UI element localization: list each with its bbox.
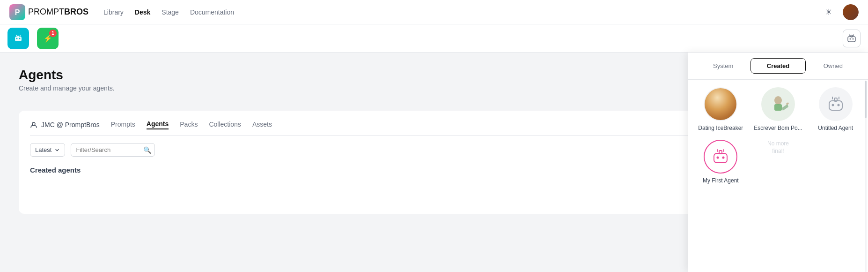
filter-input-wrap: 🔍 <box>71 143 155 157</box>
agent-avatar-untitled <box>819 87 853 121</box>
user-info: JMC @ PromptBros <box>30 121 100 128</box>
notification-badge: 1 <box>49 30 57 37</box>
agent-avatar-dating-icebreaker <box>704 87 737 121</box>
svg-text:P: P <box>15 8 20 16</box>
svg-point-28 <box>831 104 834 106</box>
main-nav: Library Desk Stage Documentation <box>103 8 234 16</box>
top-navigation: P PROMPTBROS Library Desk Stage Document… <box>0 0 868 24</box>
svg-rect-14 <box>851 35 853 37</box>
agent-name-my-first-agent: My First Agent <box>703 177 739 185</box>
user-avatar[interactable] <box>843 4 859 20</box>
svg-point-12 <box>850 38 851 39</box>
agent-card-dating-icebreaker[interactable]: Dating IceBreaker <box>696 87 746 132</box>
agent-card-escrever-bom[interactable]: Escrever Bom Po... <box>753 87 803 132</box>
tab-prompts[interactable]: Prompts <box>111 121 135 129</box>
svg-rect-6 <box>17 36 19 37</box>
scrollbar-thumb[interactable] <box>865 81 867 118</box>
tab-assets[interactable]: Assets <box>252 121 272 129</box>
nav-desk[interactable]: Desk <box>135 8 150 16</box>
nav-stage[interactable]: Stage <box>162 8 179 16</box>
agent-avatar-escrever-bom <box>761 87 795 121</box>
icon-bar: ⚡ 1 <box>0 24 868 53</box>
svg-point-34 <box>717 156 719 159</box>
nav-right: ☀ <box>822 4 859 20</box>
agent-grid: Dating IceBreaker Escrever Bom Po... <box>688 80 868 192</box>
svg-point-13 <box>853 38 854 39</box>
dropdown-tab-created[interactable]: Created <box>750 58 805 74</box>
logo[interactable]: P PROMPTBROS <box>9 4 88 20</box>
svg-point-29 <box>837 104 839 106</box>
theme-toggle-icon[interactable]: ☀ <box>822 6 835 19</box>
svg-rect-3 <box>15 37 22 41</box>
nav-library[interactable]: Library <box>103 8 124 16</box>
agent-name-escrever-bom: Escrever Bom Po... <box>754 125 802 132</box>
agent-name-untitled: Untitled Agent <box>818 125 853 132</box>
bot1-icon-button[interactable] <box>7 28 29 49</box>
nav-documentation[interactable]: Documentation <box>190 8 234 16</box>
svg-point-35 <box>722 156 725 159</box>
svg-point-4 <box>16 38 18 39</box>
page-subtitle: Create and manage your agents. <box>19 84 115 92</box>
svg-point-22 <box>32 122 35 125</box>
dropdown-tab-system[interactable]: System <box>696 58 750 74</box>
bot2-icon-button[interactable]: ⚡ 1 <box>37 28 59 49</box>
tab-agents[interactable]: Agents <box>147 120 169 129</box>
filter-select[interactable]: Latest <box>30 143 65 157</box>
svg-rect-27 <box>829 101 842 110</box>
main-content: Agents Create and manage your agents. Se… <box>0 53 868 272</box>
tab-packs[interactable]: Packs <box>180 121 198 129</box>
no-more-label: No morefinal! <box>767 140 789 156</box>
scrollbar[interactable] <box>864 81 867 272</box>
page-title: Agents <box>19 68 115 83</box>
agent-card-untitled-agent[interactable]: Untitled Agent <box>810 87 861 132</box>
svg-point-24 <box>774 96 782 105</box>
bot-icon-right-button[interactable] <box>843 30 861 47</box>
svg-rect-33 <box>714 153 727 163</box>
svg-point-5 <box>19 38 21 39</box>
dropdown-tab-owned[interactable]: Owned <box>806 58 861 74</box>
agent-card-my-first-agent[interactable]: My First Agent <box>696 140 746 185</box>
dropdown-panel: System Created Owned Dating IceBreaker <box>688 53 868 272</box>
agent-avatar-my-first-agent <box>704 140 737 174</box>
search-icon: 🔍 <box>143 146 151 154</box>
scrollbar-track <box>865 81 867 272</box>
agent-card-no-more: No morefinal! <box>753 140 803 185</box>
icon-bar-separator <box>33 30 33 47</box>
tab-collections[interactable]: Collections <box>209 121 241 129</box>
filter-search-input[interactable] <box>71 143 155 157</box>
agent-name-dating-icebreaker: Dating IceBreaker <box>698 125 743 132</box>
svg-rect-25 <box>774 104 782 111</box>
dropdown-tabs: System Created Owned <box>688 53 868 80</box>
